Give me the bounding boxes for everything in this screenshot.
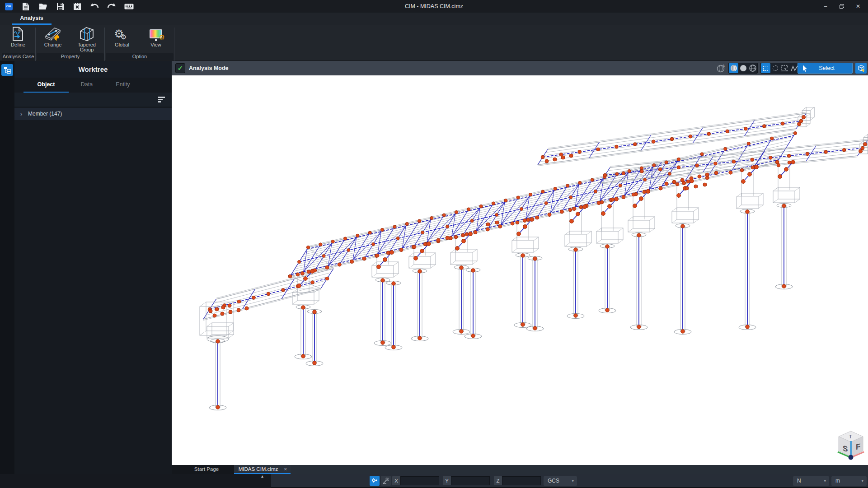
render-mode-group	[728, 63, 758, 74]
view-orientation-button[interactable]: A	[717, 63, 726, 74]
tab-analysis[interactable]: Analysis	[12, 13, 52, 25]
snap-incline-icon	[383, 478, 389, 484]
axis-label-top: T	[849, 434, 852, 439]
save-button[interactable]	[54, 1, 66, 11]
tab-entity[interactable]: Entity	[105, 78, 141, 93]
app-menu-button[interactable]: CIM	[3, 1, 14, 11]
change-button[interactable]: Change	[38, 26, 67, 53]
group-option: Option	[106, 53, 174, 60]
tab-object[interactable]: Object	[23, 78, 69, 93]
restore-icon	[840, 4, 844, 9]
worktree-title: Worktree	[14, 61, 172, 78]
globe-auto-icon: A	[717, 64, 726, 73]
restore-button[interactable]	[834, 0, 850, 13]
sort-icon[interactable]	[158, 97, 165, 102]
length-unit-dropdown[interactable]: m▾	[831, 476, 867, 486]
title-bar: CIM - MIDAS CIM.cimz CIM	[0, 0, 868, 13]
coordinate-system-dropdown[interactable]: GCS▾	[544, 476, 577, 486]
chevron-down-icon: ▾	[572, 476, 574, 486]
axis-label-right: F	[856, 442, 860, 451]
cursor-icon	[802, 65, 807, 72]
tab-midas-cim[interactable]: MIDAS CIM.cimz ×	[234, 465, 291, 474]
solid-sphere-icon	[740, 65, 747, 72]
x-coord-input[interactable]	[400, 476, 439, 485]
snap-incline-button[interactable]	[381, 476, 391, 486]
worktree-panel-button[interactable]	[1, 64, 13, 76]
z-coord-input[interactable]	[502, 476, 541, 485]
keyboard-button[interactable]	[123, 1, 135, 11]
chevron-down-icon: ▾	[861, 476, 863, 486]
x-coord-label: X	[392, 476, 400, 485]
z-coord-label: Z	[494, 476, 502, 485]
group-property: Property	[37, 53, 104, 60]
new-document-button[interactable]	[20, 1, 32, 11]
rect-select-icon	[763, 66, 768, 71]
tapered-group-button[interactable]: Tapered Group	[72, 26, 101, 53]
tree-item-member[interactable]: › Member (147)	[14, 108, 172, 120]
polyline-select-icon	[791, 65, 798, 71]
document-tab-bar: Start Page × MIDAS CIM.cimz ×	[172, 465, 868, 474]
tab-data[interactable]: Data	[69, 78, 105, 93]
analysis-mode-check-icon[interactable]: ✓	[175, 63, 185, 73]
cim-logo-icon: CIM	[5, 3, 13, 10]
y-coord-input[interactable]	[451, 476, 490, 485]
circle-select-icon	[773, 65, 778, 71]
expand-chevron-icon[interactable]: ›	[20, 108, 22, 120]
rect-select-button[interactable]	[761, 63, 770, 73]
close-document-icon	[73, 3, 81, 10]
define-icon	[12, 26, 24, 42]
minimize-button[interactable]: –	[817, 0, 834, 13]
selection-tool-group	[760, 63, 799, 74]
snap-node-button[interactable]	[370, 476, 380, 486]
menu-bar: Analysis	[0, 13, 868, 25]
worktree-icon	[3, 66, 11, 74]
open-button[interactable]	[37, 1, 49, 11]
solid-view-button[interactable]	[738, 63, 748, 73]
ribbon: Define Change Tapered Group ⚙⚙ Global ⚙ …	[0, 25, 868, 61]
keyboard-icon	[124, 4, 134, 9]
expand-panel-caret[interactable]: ▴	[261, 474, 263, 479]
wireframe-view-button[interactable]	[748, 63, 757, 73]
isometric-view-button[interactable]	[855, 63, 867, 74]
axis-label-left: S	[843, 444, 848, 454]
model-viewport-canvas[interactable]: S F T	[172, 75, 868, 465]
left-dock-strip	[0, 61, 14, 474]
analysis-mode-label: Analysis Mode	[189, 61, 229, 75]
axis-indicator-cube[interactable]: S F T	[835, 427, 867, 464]
tapered-group-icon	[79, 26, 95, 42]
open-folder-icon	[39, 3, 47, 10]
view-monitor-icon: ⚙	[150, 26, 162, 42]
global-button[interactable]: ⚙⚙ Global	[108, 26, 136, 53]
shaded-view-button[interactable]	[729, 63, 738, 73]
viewport: ✓ Analysis Mode A	[172, 61, 868, 465]
worktree-toolbar	[14, 93, 172, 107]
close-button[interactable]: ✕	[850, 0, 866, 13]
view-button[interactable]: ⚙ View	[141, 26, 170, 53]
undo-icon	[90, 3, 99, 10]
svg-text:A: A	[723, 64, 725, 67]
iso-cube-icon	[857, 64, 865, 72]
worktree-panel: Worktree Object Data Entity › Member (14…	[14, 61, 172, 474]
snap-node-icon	[371, 478, 378, 484]
new-document-icon	[22, 2, 29, 11]
tab-start-page[interactable]: Start Page ×	[180, 465, 241, 474]
y-coord-label: Y	[443, 476, 451, 485]
change-property-icon	[44, 26, 61, 42]
close-document-button[interactable]	[71, 1, 83, 11]
status-bar: ▴ X Y Z GCS▾ N▾ m▾	[0, 474, 868, 488]
force-unit-dropdown[interactable]: N▾	[793, 476, 829, 486]
define-button[interactable]: Define	[4, 26, 33, 53]
redo-icon	[107, 3, 116, 10]
close-tab-icon[interactable]: ×	[284, 465, 287, 474]
model-svg[interactable]	[172, 75, 868, 465]
undo-button[interactable]	[89, 1, 100, 11]
redo-button[interactable]	[106, 1, 117, 11]
circle-select-button[interactable]	[770, 63, 780, 73]
select-button[interactable]: Select	[798, 63, 853, 74]
wireframe-globe-icon	[749, 65, 756, 72]
worktree-tabs: Object Data Entity	[14, 78, 172, 93]
viewport-header: ✓ Analysis Mode A	[172, 61, 868, 75]
group-analysis-case: Analysis Case	[2, 53, 35, 60]
polygon-select-button[interactable]	[780, 63, 789, 73]
polygon-select-icon	[781, 65, 788, 71]
